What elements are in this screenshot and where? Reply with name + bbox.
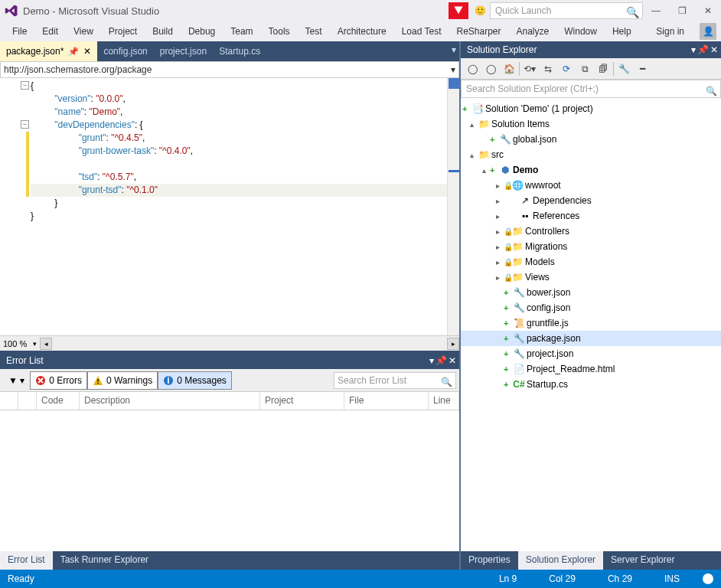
close-panel-icon[interactable]: ✕ [449,355,456,366]
doc-tab-config-json[interactable]: config.json [97,41,153,61]
doc-tabs-overflow-icon[interactable]: ▾ [452,44,456,55]
feedback-smiley-icon[interactable]: 🙂 [470,2,490,19]
tree-readme[interactable]: +📄Project_Readme.html [461,361,721,377]
notification-flag-icon[interactable] [449,2,468,19]
vs-logo [0,4,23,18]
error-list-header[interactable]: Code Description Project File Line [0,392,459,410]
fold-toggle-icon[interactable]: − [21,120,29,129]
collapse-icon[interactable]: ⧉ [576,60,593,77]
zoom-level[interactable]: 100 % [0,339,30,348]
home-icon[interactable]: 🏠 [501,60,517,77]
status-indicator-icon [703,573,713,584]
tree-project-json[interactable]: +🔧project.json [461,346,721,361]
pin-icon[interactable]: 📌 [436,355,447,366]
minimize-button[interactable]: — [643,0,669,21]
zoom-dropdown-icon[interactable]: ▾ [30,340,40,348]
sync-icon[interactable]: ⇆ [540,60,556,77]
close-tab-icon[interactable]: ✕ [83,46,91,57]
menu-debug[interactable]: Debug [181,23,223,40]
menu-resharper[interactable]: ReSharper [449,23,508,40]
tree-wwwroot[interactable]: ▸🔒🌐wwwroot [461,178,721,193]
tree-solution-items[interactable]: ▴📁Solution Items [461,116,721,132]
close-button[interactable]: ✕ [695,0,721,21]
main-menu: File Edit View Project Build Debug Team … [0,21,721,41]
search-icon: 🔍 [626,5,639,20]
code-editor[interactable]: − − { "version": "0.0.0", "name": " [0,78,459,335]
menu-architecture[interactable]: Architecture [330,23,394,40]
tree-global-json[interactable]: +🔧global.json [461,132,721,147]
menu-view[interactable]: View [66,23,101,40]
split-handle-icon[interactable] [449,78,459,89]
tab-error-list[interactable]: Error List [0,551,53,570]
search-icon: 🔍 [441,374,452,390]
tree-config-json[interactable]: +🔧config.json [461,300,721,315]
error-list-body [0,410,459,551]
refresh-icon[interactable]: ⟳ [558,60,575,77]
menu-analyze[interactable]: Analyze [509,23,557,40]
schema-dropdown[interactable]: http://json.schemastore.org/package▾ [0,61,459,78]
menu-project[interactable]: Project [101,23,145,40]
menu-loadtest[interactable]: Load Test [394,23,449,40]
menu-help[interactable]: Help [605,23,639,40]
tab-server-explorer[interactable]: Server Explorer [603,551,682,570]
tab-task-runner[interactable]: Task Runner Explorer [53,551,156,570]
close-panel-icon[interactable]: ✕ [710,44,718,55]
user-avatar-icon[interactable]: 👤 [700,23,716,40]
status-ready: Ready [8,573,34,584]
tree-gruntfile[interactable]: +📜gruntfile.js [461,315,721,331]
menu-build[interactable]: Build [145,23,181,40]
tree-models[interactable]: ▸🔒📁Models [461,254,721,270]
dropdown-icon[interactable]: ▾ [429,355,434,366]
doc-tab-startup-cs[interactable]: Startup.cs [213,41,266,61]
tab-solution-explorer[interactable]: Solution Explorer [518,551,603,570]
tab-properties[interactable]: Properties [461,551,518,570]
menu-tools[interactable]: Tools [261,23,298,40]
tree-dependencies[interactable]: ▸↗Dependencies [461,193,721,208]
filter-dropdown[interactable]: ▼ ▾ [3,371,30,390]
show-all-icon[interactable]: 🗐 [595,60,612,77]
doc-tab-project-json[interactable]: project.json [154,41,213,61]
sign-in-link[interactable]: Sign in [648,23,692,40]
errors-toggle[interactable]: 0 Errors [30,371,87,390]
scroll-right-icon[interactable]: ▸ [447,338,459,350]
tree-package-json[interactable]: +🔧package.json [461,331,721,346]
status-ins: INS [664,573,680,584]
messages-toggle[interactable]: i 0 Messages [158,371,232,390]
tree-views[interactable]: ▸🔒📁Views [461,270,721,285]
pin-icon[interactable]: 📌 [68,47,79,57]
tree-controllers[interactable]: ▸🔒📁Controllers [461,224,721,239]
warnings-toggle[interactable]: 0 Warnings [87,371,158,390]
scroll-left-icon[interactable]: ◂ [40,338,52,350]
svg-text:i: i [167,375,169,386]
status-ch: Ch 29 [608,573,632,584]
fold-toggle-icon[interactable]: − [21,81,29,90]
nav-fwd-icon[interactable]: ◯ [482,60,499,77]
tree-src[interactable]: ▴📁src [461,147,721,162]
properties-icon[interactable]: 🔧 [615,60,632,77]
scope-icon[interactable]: ⟲▾ [521,60,538,77]
menu-edit[interactable]: Edit [34,23,66,40]
error-list-title: Error List [6,355,44,366]
tree-demo-project[interactable]: ▴+⬢Demo [461,162,721,178]
preview-icon[interactable]: ━ [634,60,651,77]
editor-scroll-track[interactable] [447,78,459,335]
tree-solution-root[interactable]: +📑Solution 'Demo' (1 project) [461,101,721,116]
error-list-search[interactable]: Search Error List🔍 [334,372,456,389]
menu-test[interactable]: Test [298,23,330,40]
tree-bower-json[interactable]: +🔧bower.json [461,285,721,300]
menu-window[interactable]: Window [556,23,605,40]
menu-team[interactable]: Team [223,23,260,40]
dropdown-icon[interactable]: ▾ [691,44,696,55]
quick-launch-input[interactable]: Quick Launch🔍 [490,2,643,19]
doc-tab-package-json[interactable]: package.json* 📌 ✕ [0,41,97,61]
pin-icon[interactable]: 📌 [697,44,709,55]
tree-references[interactable]: ▸▪▪References [461,208,721,224]
tree-startup-cs[interactable]: +C#Startup.cs [461,377,721,392]
solution-search-input[interactable]: Search Solution Explorer (Ctrl+;)🔍 [461,80,721,98]
tree-migrations[interactable]: ▸🔒📁Migrations [461,239,721,254]
restore-button[interactable]: ❐ [669,0,695,21]
menu-file[interactable]: File [5,23,34,40]
status-line: Ln 9 [499,573,517,584]
status-col: Col 29 [549,573,576,584]
nav-back-icon[interactable]: ◯ [464,60,481,77]
